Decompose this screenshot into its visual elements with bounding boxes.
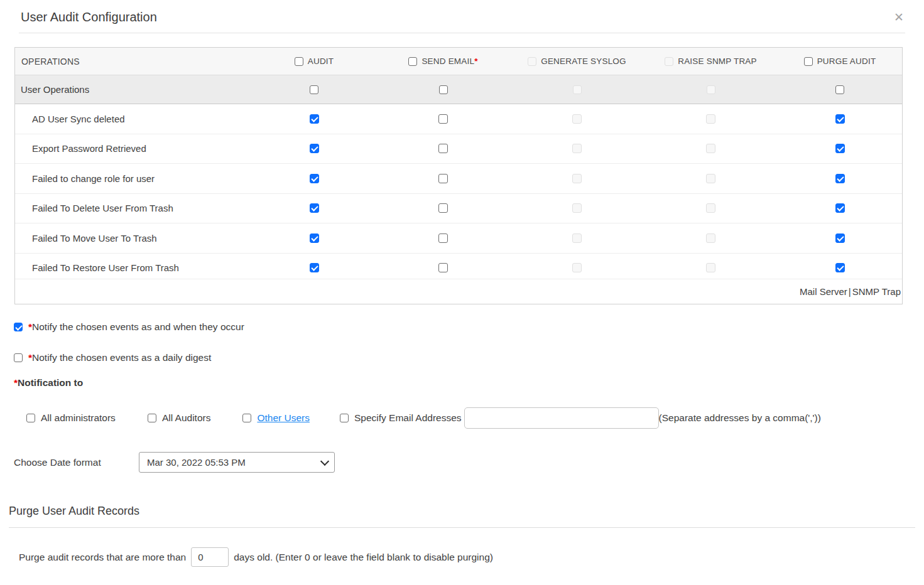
send-email-column-checkbox[interactable] [408,57,417,66]
page-title: User Audit Configuration [21,10,157,24]
row-label: AD User Sync deleted [15,114,252,124]
purge-divider [9,527,915,528]
title-divider [19,33,905,33]
column-header-audit: AUDIT [252,56,376,66]
send-email-checkbox[interactable] [438,144,448,153]
group-row-user-operations: User Operations [15,75,902,104]
send-email-checkbox[interactable] [438,203,448,213]
purge-text-before: Purge audit records that are more than [19,552,186,563]
audit-column-checkbox[interactable] [295,57,303,66]
group-send-email-checkbox[interactable] [439,85,448,94]
row-label: Failed To Delete User From Trash [15,203,252,213]
notify-occur-row: *Notify the chosen events as and when th… [14,321,924,333]
row-label: Export Password Retrieved [15,143,252,154]
column-header-send-email: SEND EMAIL* [376,56,510,66]
table-row: AD User Sync deleted [15,104,902,134]
table-header-row: OPERATIONS AUDIT SEND EMAIL* GENERATE SY… [15,48,902,75]
table-row: Failed To Restore User From Trash [15,254,902,279]
audit-checkbox[interactable] [310,114,319,124]
table-row: Failed To Move User To Trash [15,223,902,254]
table-scroll-area[interactable]: AD User Sync deleted Export Password Ret… [15,104,902,279]
generate-syslog-checkbox [572,203,582,213]
purge-days-input[interactable] [191,547,229,567]
send-email-checkbox[interactable] [438,174,448,183]
column-header-operations: OPERATIONS [15,56,252,67]
audit-checkbox[interactable] [310,174,319,183]
generate-syslog-column-checkbox [528,57,536,66]
row-label: Failed To Restore User From Trash [15,262,252,273]
notify-occur-checkbox[interactable] [14,323,23,331]
generate-syslog-checkbox [572,144,582,153]
user-audit-configuration-dialog: User Audit Configuration ✕ OPERATIONS AU… [0,0,924,585]
column-header-purge-audit: PURGE AUDIT [778,56,902,66]
purge-audit-checkbox[interactable] [835,233,845,243]
table-row: Failed to change role for user [15,164,902,194]
all-administrators-checkbox[interactable] [26,414,35,422]
close-icon[interactable]: ✕ [894,11,904,23]
other-users-link[interactable]: Other Users [257,412,310,424]
column-header-label: AUDIT [308,56,334,66]
all-auditors-checkbox[interactable] [148,414,156,422]
purge-audit-checkbox[interactable] [835,203,845,213]
email-addresses-input[interactable] [464,407,659,429]
row-label: Failed To Move User To Trash [15,233,252,244]
date-format-select[interactable]: Mar 30, 2022 05:53 PM [139,452,335,473]
raise-snmp-trap-checkbox [706,263,715,272]
footer-link-separator: | [849,286,851,297]
audit-checkbox[interactable] [310,144,319,153]
column-header-label: RAISE SNMP TRAP [678,56,757,66]
mail-server-link[interactable]: Mail Server [800,286,847,297]
group-raise-snmp-trap-checkbox [707,85,715,94]
column-header-label: SEND EMAIL* [421,56,477,66]
notify-digest-checkbox[interactable] [14,353,23,362]
generate-syslog-checkbox [572,114,582,124]
other-users-checkbox[interactable] [242,414,251,422]
purge-audit-column-checkbox[interactable] [804,57,813,66]
date-format-row: Choose Date format Mar 30, 2022 05:53 PM [14,452,924,473]
generate-syslog-checkbox [572,174,582,183]
generate-syslog-checkbox [572,233,582,243]
raise-snmp-trap-checkbox [706,144,715,153]
group-generate-syslog-checkbox [573,85,582,94]
all-administrators-label: All administrators [41,412,116,424]
audit-checkbox[interactable] [310,263,319,272]
notify-digest-row: *Notify the chosen events as a daily dig… [14,352,924,363]
column-header-label: GENERATE SYSLOG [541,56,626,66]
specify-email-checkbox[interactable] [340,414,349,422]
all-auditors-label: All Auditors [162,412,211,424]
audit-checkbox[interactable] [310,233,319,243]
send-email-checkbox[interactable] [438,263,448,272]
raise-snmp-trap-checkbox [706,203,715,213]
required-asterisk: * [474,56,477,66]
raise-snmp-trap-checkbox [706,233,715,243]
table-row: Failed To Delete User From Trash [15,194,902,224]
table-row: Export Password Retrieved [15,134,902,164]
group-audit-checkbox[interactable] [310,85,318,94]
snmp-trap-link[interactable]: SNMP Trap [852,286,901,297]
raise-snmp-trap-checkbox [706,114,715,124]
dialog-header: User Audit Configuration ✕ [0,0,924,24]
notification-recipients-row: All administrators All Auditors Other Us… [26,407,924,429]
purge-section-title: Purge User Audit Records [9,505,924,518]
all-auditors-option: All Auditors [148,412,211,424]
notify-digest-label: *Notify the chosen events as a daily dig… [28,352,211,363]
purge-text-after: days old. (Enter 0 or leave the field bl… [234,552,493,563]
other-users-option: Other Users [242,412,310,424]
purge-audit-checkbox[interactable] [835,114,845,124]
raise-snmp-trap-checkbox [706,174,715,183]
audit-checkbox[interactable] [310,203,319,213]
purge-audit-checkbox[interactable] [835,144,845,153]
purge-settings-row: Purge audit records that are more than d… [19,547,924,567]
group-purge-audit-checkbox[interactable] [835,85,844,94]
notification-to-label: *Notification to [14,377,924,389]
column-header-raise-snmp-trap: RAISE SNMP TRAP [644,56,778,66]
date-format-label: Choose Date format [14,457,139,468]
purge-audit-checkbox[interactable] [835,174,845,183]
table-footer: Mail Server | SNMP Trap [15,279,902,304]
raise-snmp-trap-column-checkbox [665,57,673,66]
send-email-checkbox[interactable] [438,114,448,124]
all-administrators-option: All administrators [26,412,116,424]
send-email-checkbox[interactable] [438,233,448,243]
row-label: Failed to change role for user [15,173,252,184]
purge-audit-checkbox[interactable] [835,263,845,272]
